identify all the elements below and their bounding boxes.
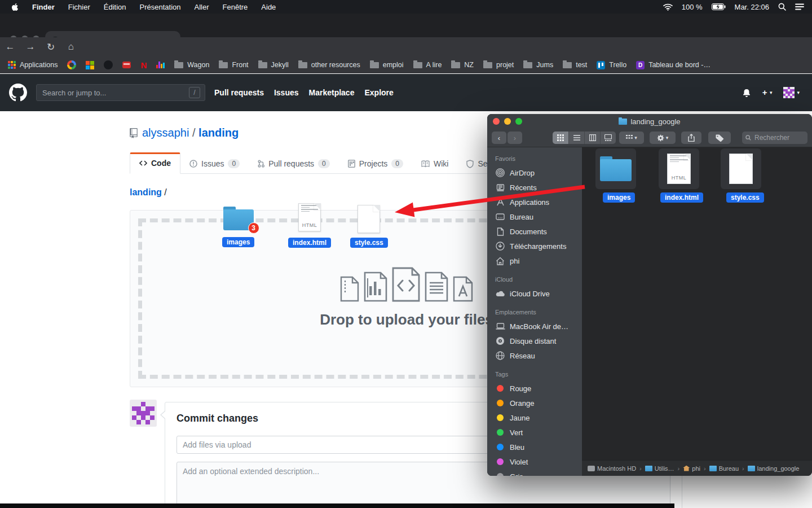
notifications-bell-icon[interactable] <box>742 88 751 97</box>
finder-file-label[interactable]: style.css <box>726 192 764 203</box>
github-logo-icon[interactable] <box>9 84 27 102</box>
notification-center-icon[interactable] <box>795 3 804 10</box>
icon-view-button[interactable] <box>553 132 568 144</box>
nav-issues[interactable]: Issues <box>274 88 299 97</box>
list-view-button[interactable] <box>568 132 584 144</box>
bookmark-folder-front[interactable]: Front <box>219 61 248 69</box>
create-new-button[interactable]: + ▾ <box>762 87 773 98</box>
apple-logo-icon[interactable] <box>11 3 19 11</box>
dragged-file-style-css[interactable]: style.css <box>350 205 388 248</box>
spotlight-search-icon[interactable] <box>778 3 786 11</box>
sidebar-item-reseau[interactable]: Réseau <box>495 348 582 363</box>
finder-tag-button[interactable] <box>708 132 731 144</box>
sidebar-tag-violet[interactable]: Violet <box>495 454 582 469</box>
menu-aide[interactable]: Aide <box>261 3 276 11</box>
path-bureau[interactable]: Bureau <box>709 465 739 472</box>
sidebar-tag-orange[interactable]: Orange <box>495 396 582 410</box>
finder-forward-button[interactable]: › <box>508 132 522 144</box>
bookmark-netflix[interactable]: N <box>140 60 147 70</box>
breadcrumb-repo-link[interactable]: landing <box>130 187 162 197</box>
bookmark-folder-jekyll[interactable]: Jekyll <box>258 61 289 69</box>
path-phi[interactable]: phi <box>683 465 700 472</box>
sidebar-item-airdrop[interactable]: AirDrop <box>495 165 582 180</box>
user-avatar-menu[interactable]: ▾ <box>783 87 800 98</box>
finder-zoom-button[interactable] <box>515 118 522 125</box>
bookmark-folder-jums[interactable]: Jums <box>523 61 553 69</box>
github-search-box[interactable]: / <box>36 84 205 101</box>
bookmark-trello[interactable]: Trello <box>597 61 626 69</box>
github-search-input[interactable] <box>41 88 182 98</box>
bookmark-folder-wagon[interactable]: Wagon <box>174 61 209 69</box>
bookmark-deezer[interactable] <box>156 62 165 68</box>
nav-explore[interactable]: Explore <box>364 88 393 97</box>
tab-pull-requests[interactable]: Pull requests 0 <box>249 154 339 174</box>
menu-app-name[interactable]: Finder <box>32 3 55 11</box>
menu-aller[interactable]: Aller <box>195 3 209 11</box>
finder-file-index-html[interactable]: HTML <box>659 148 699 189</box>
menu-edition[interactable]: Édition <box>104 3 126 11</box>
forward-icon[interactable]: → <box>20 41 41 52</box>
finder-minimize-button[interactable] <box>504 118 511 125</box>
sidebar-tag-vert[interactable]: Vert <box>495 425 582 440</box>
sidebar-item-macbook[interactable]: MacBook Air de… <box>495 319 582 334</box>
finder-title-bar[interactable]: landing_google <box>487 114 812 129</box>
sidebar-item-phi-home[interactable]: phi <box>495 253 582 268</box>
bookmark-github[interactable] <box>104 60 113 69</box>
tab-code[interactable]: Code <box>130 152 180 174</box>
finder-action-gear-button[interactable]: ▾ <box>650 132 676 144</box>
bookmark-folder-emploi[interactable]: emploi <box>370 61 404 69</box>
bookmark-folder-other-resources[interactable]: other resources <box>298 61 360 69</box>
sidebar-tag-bleu[interactable]: Bleu <box>495 440 582 454</box>
reload-icon[interactable]: ↻ <box>41 41 61 53</box>
finder-file-label[interactable]: index.html <box>660 192 703 203</box>
finder-file-style-css[interactable] <box>721 148 761 189</box>
sidebar-item-telechargements[interactable]: Téléchargements <box>495 239 582 253</box>
gallery-view-button[interactable] <box>600 132 616 144</box>
home-icon[interactable]: ⌂ <box>61 41 81 52</box>
sidebar-item-bureau[interactable]: Bureau <box>495 209 582 224</box>
tab-projects[interactable]: Projects 0 <box>339 154 412 174</box>
finder-group-by-button[interactable]: ▾ <box>619 132 644 144</box>
sidebar-item-disque-distant[interactable]: Disque distant <box>495 334 582 348</box>
sidebar-item-recents[interactable]: Récents <box>495 180 582 195</box>
finder-search-input[interactable] <box>753 133 802 142</box>
nav-pull-requests[interactable]: Pull requests <box>214 88 264 97</box>
menu-fenetre[interactable]: Fenêtre <box>223 3 248 11</box>
nav-marketplace[interactable]: Marketplace <box>309 88 355 97</box>
sidebar-item-documents[interactable]: Documents <box>495 224 582 239</box>
finder-back-button[interactable]: ‹ <box>492 132 506 144</box>
sidebar-item-icloud-drive[interactable]: iCloud Drive <box>495 286 582 301</box>
column-view-button[interactable] <box>584 132 600 144</box>
finder-file-label[interactable]: images <box>603 192 635 203</box>
bookmark-folder-test[interactable]: test <box>563 61 587 69</box>
bookmark-folder-nz[interactable]: NZ <box>451 61 474 69</box>
finder-window[interactable]: landing_google ‹ › ▾ ▾ <box>487 114 812 476</box>
tab-issues[interactable]: Issues 0 <box>180 154 249 174</box>
menu-clock[interactable]: Mar. 22:06 <box>735 3 769 11</box>
finder-file-images[interactable] <box>595 148 636 189</box>
path-utilisateurs[interactable]: Utilis… <box>645 465 674 472</box>
path-landing-google[interactable]: landing_google <box>748 465 800 472</box>
sidebar-tag-rouge[interactable]: Rouge <box>495 381 582 396</box>
repo-name-link[interactable]: landing <box>198 126 239 139</box>
finder-content-area[interactable]: images HTML index.html style.css <box>582 147 812 460</box>
bookmark-folder-a-lire[interactable]: A lire <box>413 61 442 69</box>
bookmark-heroku-dashboard[interactable]: DTableau de bord -… <box>636 61 710 69</box>
bookmark-folder-projet[interactable]: projet <box>483 61 514 69</box>
bookmark-google[interactable] <box>67 60 76 69</box>
dragged-file-index-html[interactable]: HTML index.html <box>288 203 331 248</box>
repo-owner-link[interactable]: alyssaphi <box>142 126 189 139</box>
path-macintosh-hd[interactable]: Macintosh HD <box>588 465 636 472</box>
dragged-folder-images[interactable]: 3 images <box>222 207 254 247</box>
finder-close-button[interactable] <box>493 118 500 125</box>
finder-share-button[interactable] <box>681 132 701 144</box>
finder-search-field[interactable] <box>742 132 807 144</box>
wifi-icon[interactable] <box>663 3 673 11</box>
bookmark-bus[interactable] <box>122 62 131 68</box>
sidebar-tag-jaune[interactable]: Jaune <box>495 410 582 425</box>
back-icon[interactable]: ← <box>0 41 20 52</box>
tab-wiki[interactable]: Wiki <box>412 154 457 174</box>
sidebar-item-applications[interactable]: Applications <box>495 195 582 209</box>
menu-fichier[interactable]: Fichier <box>68 3 90 11</box>
bookmark-applications[interactable]: Applications <box>8 61 58 69</box>
